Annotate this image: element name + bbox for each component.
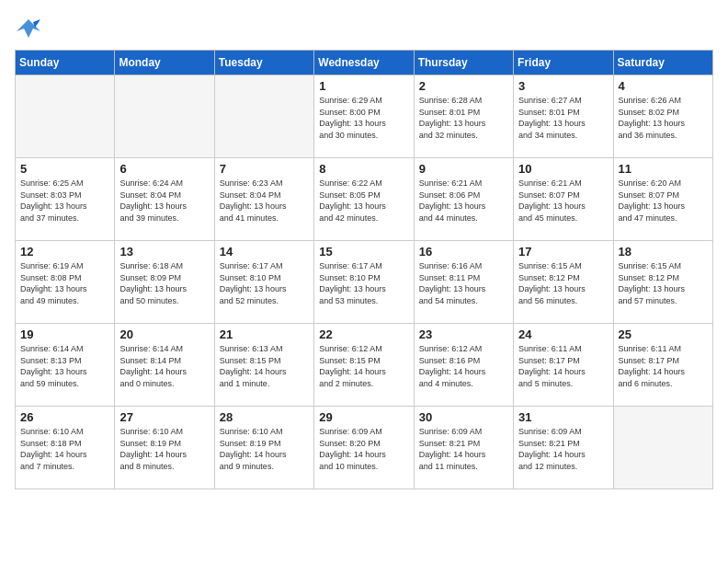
day-number: 28	[220, 410, 309, 424]
day-info: Sunrise: 6:12 AMSunset: 8:15 PMDaylight:…	[319, 343, 408, 389]
calendar-cell: 27Sunrise: 6:10 AMSunset: 8:19 PMDayligh…	[115, 407, 214, 489]
day-info: Sunrise: 6:15 AMSunset: 8:12 PMDaylight:…	[619, 260, 708, 306]
day-number: 23	[419, 327, 508, 341]
day-number: 15	[319, 245, 408, 259]
calendar-cell: 12Sunrise: 6:19 AMSunset: 8:08 PMDayligh…	[16, 241, 115, 324]
day-info: Sunrise: 6:14 AMSunset: 8:14 PMDaylight:…	[119, 343, 209, 389]
day-info: Sunrise: 6:23 AMSunset: 8:04 PMDaylight:…	[220, 178, 309, 224]
day-number: 12	[20, 245, 109, 259]
day-number: 5	[20, 162, 109, 176]
calendar-cell: 3Sunrise: 6:27 AMSunset: 8:01 PMDaylight…	[514, 75, 613, 158]
day-number: 24	[518, 327, 608, 341]
calendar-cell: 23Sunrise: 6:12 AMSunset: 8:16 PMDayligh…	[414, 324, 513, 407]
day-info: Sunrise: 6:19 AMSunset: 8:08 PMDaylight:…	[20, 260, 109, 306]
calendar-cell	[115, 75, 214, 158]
day-info: Sunrise: 6:14 AMSunset: 8:13 PMDaylight:…	[20, 343, 109, 389]
calendar-cell: 21Sunrise: 6:13 AMSunset: 8:15 PMDayligh…	[214, 324, 313, 407]
calendar-cell: 31Sunrise: 6:09 AMSunset: 8:21 PMDayligh…	[514, 407, 613, 489]
calendar-header-row: SundayMondayTuesdayWednesdayThursdayFrid…	[16, 51, 713, 75]
calendar-cell: 28Sunrise: 6:10 AMSunset: 8:19 PMDayligh…	[214, 407, 313, 489]
calendar-cell	[16, 75, 115, 158]
day-info: Sunrise: 6:17 AMSunset: 8:10 PMDaylight:…	[220, 260, 309, 306]
day-of-week-header: Sunday	[16, 51, 115, 75]
calendar-week-row: 19Sunrise: 6:14 AMSunset: 8:13 PMDayligh…	[16, 324, 713, 407]
day-number: 17	[518, 245, 608, 259]
calendar-cell: 11Sunrise: 6:20 AMSunset: 8:07 PMDayligh…	[613, 158, 712, 241]
calendar-cell: 8Sunrise: 6:22 AMSunset: 8:05 PMDaylight…	[314, 158, 414, 241]
day-info: Sunrise: 6:18 AMSunset: 8:09 PMDaylight:…	[119, 260, 209, 306]
day-number: 20	[119, 327, 209, 341]
day-number: 22	[319, 327, 408, 341]
day-info: Sunrise: 6:15 AMSunset: 8:12 PMDaylight:…	[518, 260, 608, 306]
calendar-table: SundayMondayTuesdayWednesdayThursdayFrid…	[15, 50, 713, 489]
calendar-cell: 18Sunrise: 6:15 AMSunset: 8:12 PMDayligh…	[613, 241, 712, 324]
day-of-week-header: Tuesday	[214, 51, 313, 75]
calendar-cell: 24Sunrise: 6:11 AMSunset: 8:17 PMDayligh…	[514, 324, 613, 407]
logo	[15, 15, 46, 42]
day-info: Sunrise: 6:11 AMSunset: 8:17 PMDaylight:…	[518, 343, 608, 389]
day-info: Sunrise: 6:29 AMSunset: 8:00 PMDaylight:…	[319, 95, 408, 141]
calendar-cell	[214, 75, 313, 158]
day-number: 10	[518, 162, 608, 176]
day-info: Sunrise: 6:16 AMSunset: 8:11 PMDaylight:…	[419, 260, 508, 306]
day-info: Sunrise: 6:09 AMSunset: 8:20 PMDaylight:…	[319, 426, 408, 472]
day-of-week-header: Monday	[115, 51, 214, 75]
day-info: Sunrise: 6:27 AMSunset: 8:01 PMDaylight:…	[518, 95, 608, 141]
day-info: Sunrise: 6:26 AMSunset: 8:02 PMDaylight:…	[619, 95, 708, 141]
day-number: 1	[319, 79, 408, 93]
day-info: Sunrise: 6:09 AMSunset: 8:21 PMDaylight:…	[419, 426, 508, 472]
calendar-cell: 14Sunrise: 6:17 AMSunset: 8:10 PMDayligh…	[214, 241, 313, 324]
day-of-week-header: Thursday	[414, 51, 513, 75]
day-info: Sunrise: 6:10 AMSunset: 8:19 PMDaylight:…	[119, 426, 209, 472]
calendar-cell: 17Sunrise: 6:15 AMSunset: 8:12 PMDayligh…	[514, 241, 613, 324]
calendar-week-row: 1Sunrise: 6:29 AMSunset: 8:00 PMDaylight…	[16, 75, 713, 158]
calendar-cell: 9Sunrise: 6:21 AMSunset: 8:06 PMDaylight…	[414, 158, 513, 241]
day-number: 9	[419, 162, 508, 176]
calendar-cell: 29Sunrise: 6:09 AMSunset: 8:20 PMDayligh…	[314, 407, 414, 489]
calendar-cell: 26Sunrise: 6:10 AMSunset: 8:18 PMDayligh…	[16, 407, 115, 489]
day-info: Sunrise: 6:28 AMSunset: 8:01 PMDaylight:…	[419, 95, 508, 141]
day-info: Sunrise: 6:22 AMSunset: 8:05 PMDaylight:…	[319, 178, 408, 224]
day-info: Sunrise: 6:21 AMSunset: 8:07 PMDaylight:…	[518, 178, 608, 224]
day-info: Sunrise: 6:12 AMSunset: 8:16 PMDaylight:…	[419, 343, 508, 389]
day-info: Sunrise: 6:25 AMSunset: 8:03 PMDaylight:…	[20, 178, 109, 224]
day-info: Sunrise: 6:21 AMSunset: 8:06 PMDaylight:…	[419, 178, 508, 224]
day-info: Sunrise: 6:24 AMSunset: 8:04 PMDaylight:…	[119, 178, 209, 224]
logo-icon	[15, 15, 42, 42]
day-number: 14	[220, 245, 309, 259]
day-number: 26	[20, 410, 109, 424]
calendar-cell: 2Sunrise: 6:28 AMSunset: 8:01 PMDaylight…	[414, 75, 513, 158]
day-number: 29	[319, 410, 408, 424]
day-number: 3	[518, 79, 608, 93]
calendar-cell: 20Sunrise: 6:14 AMSunset: 8:14 PMDayligh…	[115, 324, 214, 407]
day-info: Sunrise: 6:11 AMSunset: 8:17 PMDaylight:…	[619, 343, 708, 389]
calendar-cell	[613, 407, 712, 489]
day-info: Sunrise: 6:20 AMSunset: 8:07 PMDaylight:…	[619, 178, 708, 224]
calendar-cell: 19Sunrise: 6:14 AMSunset: 8:13 PMDayligh…	[16, 324, 115, 407]
calendar-cell: 5Sunrise: 6:25 AMSunset: 8:03 PMDaylight…	[16, 158, 115, 241]
day-info: Sunrise: 6:17 AMSunset: 8:10 PMDaylight:…	[319, 260, 408, 306]
day-number: 25	[619, 327, 708, 341]
calendar-cell: 1Sunrise: 6:29 AMSunset: 8:00 PMDaylight…	[314, 75, 414, 158]
day-number: 19	[20, 327, 109, 341]
page-header	[15, 15, 713, 42]
calendar-cell: 16Sunrise: 6:16 AMSunset: 8:11 PMDayligh…	[414, 241, 513, 324]
calendar-cell: 22Sunrise: 6:12 AMSunset: 8:15 PMDayligh…	[314, 324, 414, 407]
calendar-cell: 15Sunrise: 6:17 AMSunset: 8:10 PMDayligh…	[314, 241, 414, 324]
calendar-cell: 25Sunrise: 6:11 AMSunset: 8:17 PMDayligh…	[613, 324, 712, 407]
day-of-week-header: Friday	[514, 51, 613, 75]
day-number: 30	[419, 410, 508, 424]
day-number: 2	[419, 79, 508, 93]
calendar-cell: 13Sunrise: 6:18 AMSunset: 8:09 PMDayligh…	[115, 241, 214, 324]
day-of-week-header: Saturday	[613, 51, 712, 75]
day-info: Sunrise: 6:10 AMSunset: 8:18 PMDaylight:…	[20, 426, 109, 472]
day-of-week-header: Wednesday	[314, 51, 414, 75]
calendar-week-row: 26Sunrise: 6:10 AMSunset: 8:18 PMDayligh…	[16, 407, 713, 489]
day-number: 7	[220, 162, 309, 176]
day-info: Sunrise: 6:13 AMSunset: 8:15 PMDaylight:…	[220, 343, 309, 389]
calendar-cell: 7Sunrise: 6:23 AMSunset: 8:04 PMDaylight…	[214, 158, 313, 241]
day-info: Sunrise: 6:10 AMSunset: 8:19 PMDaylight:…	[220, 426, 309, 472]
day-number: 21	[220, 327, 309, 341]
day-number: 11	[619, 162, 708, 176]
calendar-cell: 30Sunrise: 6:09 AMSunset: 8:21 PMDayligh…	[414, 407, 513, 489]
